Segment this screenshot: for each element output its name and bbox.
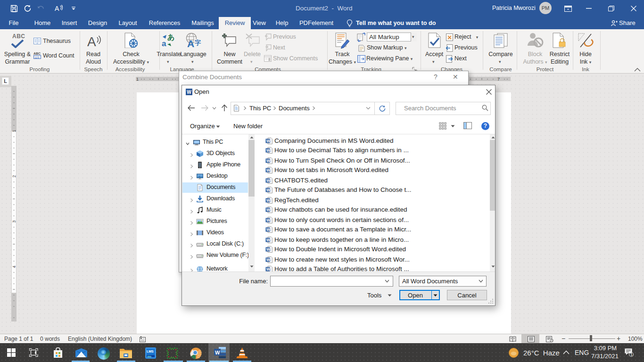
svg-text:A: A xyxy=(87,34,96,49)
svg-text:a: a xyxy=(162,39,166,48)
svg-text:123: 123 xyxy=(34,56,40,59)
svg-text:字: 字 xyxy=(195,39,201,46)
svg-text:A: A xyxy=(187,38,194,48)
svg-text:W: W xyxy=(215,350,220,355)
svg-text:7: 7 xyxy=(497,77,500,82)
svg-text:LMS: LMS xyxy=(147,350,154,353)
svg-text:1: 1 xyxy=(12,130,17,132)
svg-text:ABC: ABC xyxy=(33,52,41,55)
svg-text:4: 4 xyxy=(12,265,17,268)
svg-text:1: 1 xyxy=(136,77,139,82)
svg-text:2: 2 xyxy=(12,175,17,177)
svg-text:data: data xyxy=(147,355,151,358)
svg-text:A: A xyxy=(55,5,59,12)
svg-text:W: W xyxy=(187,90,191,95)
svg-text:3: 3 xyxy=(12,220,17,222)
svg-text:あ: あ xyxy=(167,33,174,41)
svg-text:1: 1 xyxy=(630,353,633,357)
